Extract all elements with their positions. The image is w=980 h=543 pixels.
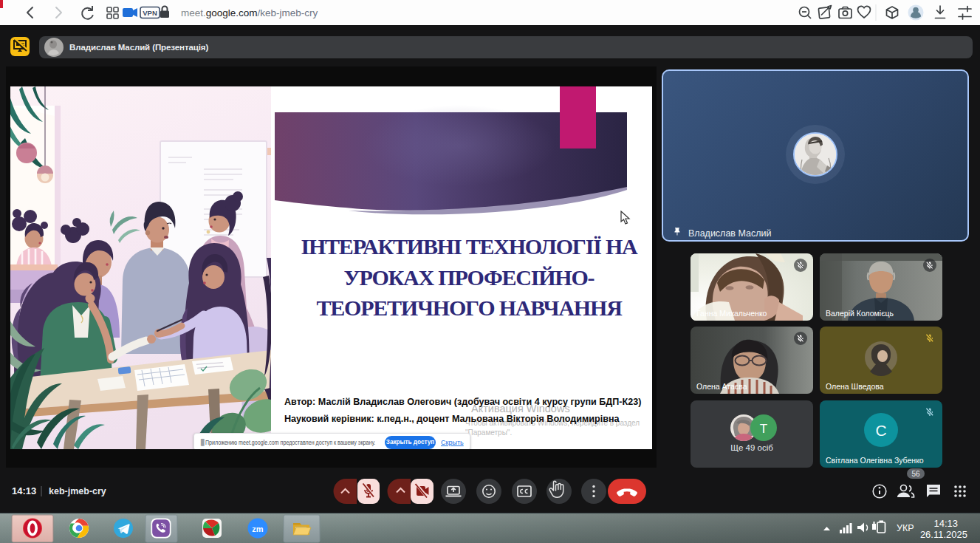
svg-text:Ще 49 осіб: Ще 49 осіб <box>730 443 773 452</box>
svg-text:meet.google.com/keb-jmeb-cry: meet.google.com/keb-jmeb-cry <box>181 7 318 18</box>
svg-text:zm: zm <box>252 525 264 533</box>
svg-text:Владислав Маслий: Владислав Маслий <box>688 228 771 239</box>
svg-text:T: T <box>760 422 767 436</box>
svg-text:26.11.2025: 26.11.2025 <box>920 529 967 540</box>
svg-text:УКР: УКР <box>897 523 914 533</box>
svg-text:Світлана Олегівна Зубенко: Світлана Олегівна Зубенко <box>826 456 924 465</box>
svg-text:VPN: VPN <box>143 9 157 17</box>
svg-text:14:13: 14:13 <box>933 518 958 529</box>
svg-text:Олена Шведова: Олена Шведова <box>826 382 884 391</box>
svg-text:56: 56 <box>911 470 920 478</box>
svg-text:Валерій Коломієць: Валерій Коломієць <box>826 309 894 318</box>
svg-text:keb-jmeb-cry: keb-jmeb-cry <box>49 486 106 496</box>
svg-text:C: C <box>875 422 886 439</box>
svg-text:Ганна Михальченко: Ганна Михальченко <box>696 309 767 318</box>
svg-text:14:13: 14:13 <box>12 485 36 496</box>
svg-text:Олена Атаєва: Олена Атаєва <box>696 382 747 391</box>
